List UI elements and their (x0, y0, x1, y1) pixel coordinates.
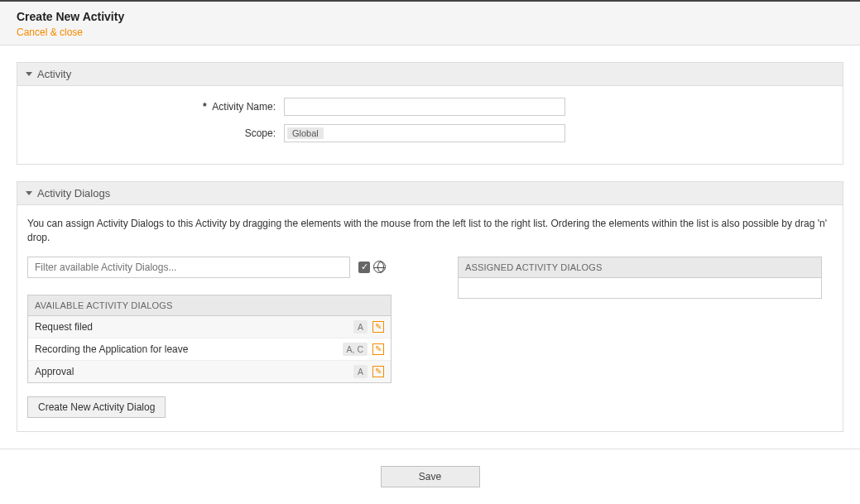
activity-panel: Activity * Activity Name: Scope: Global (17, 62, 843, 165)
caret-down-icon (26, 72, 32, 76)
check-icon[interactable]: ✓ (358, 262, 370, 273)
dialog-tag: A, C (343, 343, 368, 356)
edit-icon[interactable]: ✎ (372, 343, 384, 355)
activity-dialogs-panel: Activity Dialogs You can assign Activity… (17, 181, 843, 432)
required-star-icon: * (203, 101, 207, 113)
divider (0, 449, 860, 449)
filter-dialogs-input[interactable] (27, 257, 350, 278)
assigned-dialogs-header: ASSIGNED ACTIVITY DIALOGS (459, 257, 821, 278)
scope-chip: Global (287, 127, 324, 139)
activity-dialogs-panel-header[interactable]: Activity Dialogs (17, 182, 843, 205)
activity-dialogs-panel-title: Activity Dialogs (37, 187, 110, 199)
cancel-close-link[interactable]: Cancel & close (17, 26, 83, 38)
available-dialog-row[interactable]: ApprovalA✎ (28, 361, 391, 382)
assigned-dialogs-list: ASSIGNED ACTIVITY DIALOGS (458, 257, 822, 299)
save-button[interactable]: Save (381, 466, 480, 487)
dialog-tag: A (353, 365, 368, 378)
activity-name-label: * Activity Name: (27, 101, 284, 113)
caret-down-icon (26, 191, 32, 195)
edit-icon[interactable]: ✎ (372, 366, 384, 377)
available-dialogs-header: AVAILABLE ACTIVITY DIALOGS (28, 295, 391, 316)
scope-select[interactable]: Global (284, 124, 565, 142)
scope-label: Scope: (27, 127, 284, 139)
dialog-tag: A (353, 320, 368, 334)
assigned-dialogs-dropzone[interactable] (459, 278, 821, 298)
activity-panel-title: Activity (37, 68, 71, 80)
dialog-name: Recording the Application for leave (35, 343, 343, 355)
page-header: Create New Activity Cancel & close (0, 0, 860, 46)
dialog-name: Approval (35, 366, 353, 377)
available-dialogs-list: AVAILABLE ACTIVITY DIALOGS Request filed… (27, 295, 392, 383)
activity-name-input[interactable] (284, 98, 565, 116)
edit-icon[interactable]: ✎ (372, 321, 384, 333)
available-dialog-row[interactable]: Request filedA✎ (28, 316, 391, 338)
dialogs-help-text: You can assign Activity Dialogs to this … (27, 217, 833, 245)
page-title: Create New Activity (17, 10, 843, 23)
create-activity-dialog-button[interactable]: Create New Activity Dialog (27, 396, 166, 418)
dialog-name: Request filed (35, 321, 353, 333)
activity-panel-header[interactable]: Activity (17, 63, 843, 86)
available-dialog-row[interactable]: Recording the Application for leaveA, C✎ (28, 338, 391, 361)
globe-icon[interactable] (373, 261, 386, 273)
